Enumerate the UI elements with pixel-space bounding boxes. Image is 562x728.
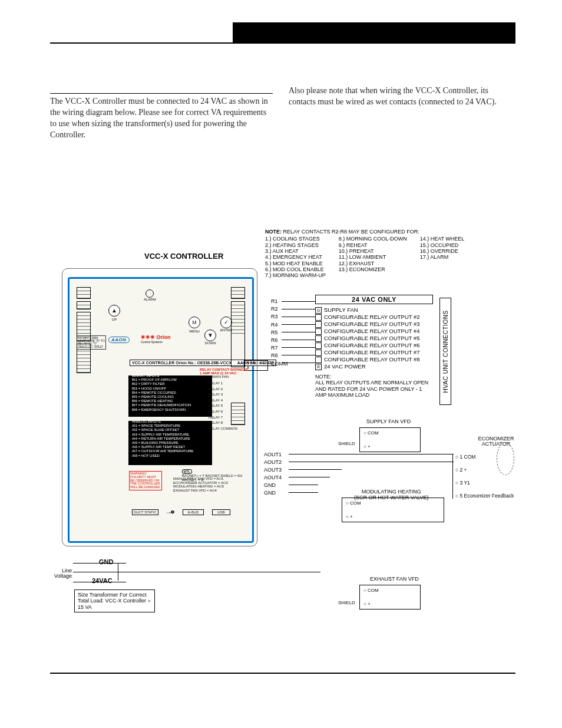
line-voltage-label: Line Voltage — [48, 568, 72, 579]
binary-inputs: BINARY INPUTS BI1 = PROOF OF AIRFLOW BI2… — [132, 374, 214, 412]
mainfan-label: MAIN FAN — [212, 375, 229, 378]
board-contents: ALARM ▲ UP M MENU ✓ — [73, 282, 249, 538]
hvac-vert-label: HVAC UNIT CONNECTIONS — [439, 298, 451, 405]
note-col-1: 1.) COOLING STAGES 2.) HEATING STAGES 3.… — [265, 236, 326, 278]
note-col-2: 8.) MORNING COOL-DOWN 9.) REHEAT 10.) PR… — [339, 236, 407, 278]
exhaust-vfd-title: EXHAUST FAN VFD — [370, 576, 419, 582]
ebus-port: E-BUS — [183, 509, 204, 515]
down-button[interactable]: ▼ — [204, 330, 216, 341]
nav-buttons: ▲ UP — [108, 305, 120, 321]
wiring-diagram: NOTE: RELAY CONTACTS R2-R8 MAY BE CONFIG… — [47, 218, 518, 654]
up-button[interactable]: ▲ — [108, 305, 120, 317]
intro-right-text: Also please note that when wiring the VC… — [289, 85, 511, 108]
intro-left-text: The VCC-X Controller must be connected t… — [50, 96, 273, 141]
actuator-icon — [497, 442, 514, 475]
left-col-rule — [50, 93, 273, 94]
right-terminal-strip — [231, 287, 245, 427]
led-icon — [146, 289, 154, 298]
conn-24vac-title: 24 VAC ONLY — [315, 295, 433, 304]
top-rule — [50, 42, 515, 44]
page: The VCC-X Controller must be connected t… — [0, 0, 562, 728]
transformer-sizing-box: Size Transformer For Correct Total Load:… — [74, 589, 155, 612]
exhaust-vfd-box: COM + — [359, 585, 421, 610]
mod-heat-box: COM + — [342, 498, 444, 522]
analog-inputs: ANALOG INPUTS AI1 = SPACE TEMPERATURE AI… — [132, 420, 214, 458]
shield-label-2: SHIELD — [338, 600, 355, 605]
hvac-connection-panel: 24 VAC ONLY GSUPPLY FAN CONFIGURABLE REL… — [315, 295, 433, 398]
bottom-rule — [50, 673, 515, 674]
note-heading: NOTE: — [265, 229, 282, 235]
btl-logo: BTL — [182, 469, 193, 475]
gnd-label: GND — [99, 558, 113, 565]
header-black-bar — [233, 22, 515, 42]
economizer-title: ECONOMIZER ACTUATOR — [470, 436, 523, 447]
supply-vfd-box: COM + — [359, 427, 421, 452]
relay-config-note: NOTE: RELAY CONTACTS R2-R8 MAY BE CONFIG… — [265, 229, 459, 279]
note-col-3: 14.) HEAT WHEEL 15.) OCCUPIED 16.) OVERR… — [420, 236, 465, 278]
menu-button[interactable]: M — [189, 317, 200, 328]
aout-mapping: MAIN SUPPLY FAN VFD = AO1 ECONOMIZER ACT… — [173, 477, 228, 492]
ul-logo: c us🅤 — [167, 510, 174, 514]
shield-label-1: SHIELD — [338, 441, 355, 446]
bottom-ports: DUCT STATIC c us🅤 E-BUS USB — [132, 509, 230, 515]
supply-vfd-title: SUPPLY FAN VFD — [366, 419, 411, 424]
note-text: RELAY CONTACTS R2-R8 MAY BE CONFIGURED F… — [283, 229, 419, 235]
orion-logo: ✳✳✳ Orion Control Systems — [141, 334, 171, 344]
aout-pin-labels: AOUT1 AOUT2 AOUT3 AOUT4 GND GND — [264, 451, 282, 497]
controller-title: VCC-X CONTROLLER — [144, 252, 223, 261]
polarity-warning: WARNING! POLARITY MUST BE OBSERVED OR TH… — [129, 471, 162, 490]
conn-note: NOTE: ALL RELAY OUTPUTS ARE NORMALLY OPE… — [315, 374, 433, 398]
alarm-led: ALARM — [144, 289, 156, 301]
vac24-label: 24VAC — [92, 577, 113, 584]
duct-static-port: DUCT STATIC — [132, 509, 158, 515]
economizer-box: ECONOMIZER ACTUATOR 1 COM 2 + 3 Y1 5 Eco… — [452, 454, 520, 499]
aaon-logo: AAON — [108, 337, 130, 343]
usb-port: USB — [212, 509, 230, 515]
r-pin-labels: R1 R2 R3 R4 R5 R6 R7 R8 COMM — [271, 298, 288, 368]
left-terminal-strip — [77, 287, 91, 375]
controller-board: ALARM ▲ UP M MENU ✓ — [68, 277, 254, 543]
